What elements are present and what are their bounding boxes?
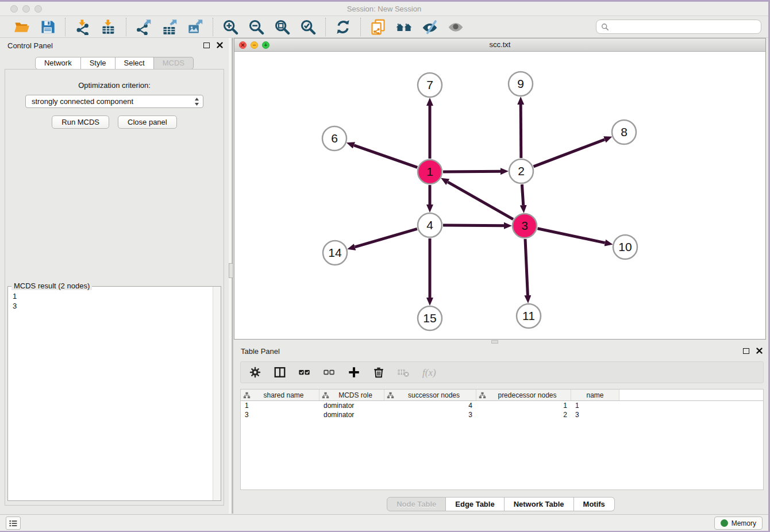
deselect-all-rows-button[interactable] [323,366,336,379]
table-row[interactable]: 3dominator323 [241,410,763,419]
close-panel-button[interactable]: Close panel [118,115,177,129]
import-network-from-file-button[interactable] [74,18,91,36]
graph-edge-3-1[interactable] [448,182,513,219]
save-session-button[interactable] [39,18,56,36]
graph-node-7[interactable]: 7 [418,73,442,97]
graph-node-11[interactable]: 11 [517,304,541,328]
graph-edge-4-3[interactable] [443,225,504,226]
graph-node-8[interactable]: 8 [612,120,636,144]
select-all-rows-button[interactable] [298,366,311,379]
network-canvas[interactable]: 7968124314101511 [234,52,765,339]
hide-selected-button[interactable] [421,18,438,36]
node-label: 11 [522,309,535,322]
result-scrollbar[interactable] [213,287,221,500]
import-table-from-file-button[interactable] [100,18,117,36]
export-image-button[interactable] [187,18,204,36]
zoom-out-button[interactable] [248,18,265,36]
graph-node-2[interactable]: 2 [509,159,533,183]
zoom-fit-content-button[interactable] [274,18,291,36]
column-visibility-button[interactable] [274,366,286,379]
window-minimize-button[interactable] [22,5,30,13]
window-close-button[interactable] [10,5,18,13]
new-network-from-selection-button[interactable] [369,18,387,36]
network-view-title: scc.txt [234,38,765,51]
cell-shared-name: 1 [241,402,319,410]
apply-preferred-layout-button[interactable] [334,18,352,36]
graph-node-6[interactable]: 6 [322,126,346,151]
column-header-shared-name[interactable]: shared name [241,390,319,400]
memory-button[interactable]: Memory [714,516,763,530]
task-history-button[interactable] [6,516,21,530]
tab-network-table[interactable]: Network Table [505,497,574,511]
view-zoom-button[interactable]: + [262,41,270,49]
zoom-in-icon [222,19,238,35]
column-header-name[interactable]: name [571,390,619,400]
graph-edge-2-8[interactable] [534,140,605,167]
hierarchy-icon [479,392,486,399]
column-header-successor-nodes[interactable]: successor nodes [384,390,476,400]
search-input[interactable] [613,22,756,32]
column-header-MCDS-role[interactable]: MCDS role [319,390,384,400]
cell-successor-nodes: 3 [384,411,476,419]
zoom-in-button[interactable] [222,18,239,36]
column-header-filler [619,390,763,400]
table-settings-button[interactable] [249,366,261,379]
graph-node-4[interactable]: 4 [418,213,442,237]
graph-edge-1-6[interactable] [354,145,417,168]
tab-style[interactable]: Style [81,57,116,70]
node-label: 9 [517,77,524,90]
close-table-panel-icon[interactable] [756,348,763,354]
tab-network[interactable]: Network [35,57,81,70]
show-all-button[interactable] [447,18,464,36]
tab-motifs[interactable]: Motifs [574,497,615,511]
graph-node-15[interactable]: 15 [418,306,442,330]
window-titlebar: Session: New Session [0,2,768,16]
table-toolbar: f(x) [240,361,764,383]
float-panel-icon[interactable] [203,43,210,48]
column-header-predecessor-nodes[interactable]: predecessor nodes [476,390,571,400]
optimization-criterion-value: strongly connected component [32,97,133,106]
graph-node-9[interactable]: 9 [509,72,533,96]
delete-column-icon [372,366,385,379]
delete-column-button[interactable] [372,366,385,379]
tab-mcds[interactable]: MCDS [154,57,194,70]
graph-edge-3-11[interactable] [525,239,528,295]
first-neighbors-button[interactable] [395,18,413,36]
tab-edge-table[interactable]: Edge Table [446,497,504,511]
optimization-criterion-select[interactable]: strongly connected component [25,95,203,108]
graph-edge-2-9[interactable] [521,105,521,158]
view-close-button[interactable]: ✕ [239,41,247,49]
export-network-button[interactable] [135,18,152,36]
zoom-selected-region-button[interactable] [299,18,317,36]
graph-node-1[interactable]: 1 [418,160,442,184]
toolbar-group [65,18,126,36]
run-mcds-button[interactable]: Run MCDS [52,115,109,129]
graph-node-10[interactable]: 10 [613,235,637,259]
search-icon [601,23,609,31]
column-visibility-icon [274,366,286,379]
graph-edge-1-2[interactable] [443,171,500,172]
table-tabbar: Node TableEdge TableNetwork TableMotifs [233,497,768,511]
tab-node-table[interactable]: Node Table [387,497,446,511]
graph-node-3[interactable]: 3 [513,214,537,238]
graph-edge-3-10[interactable] [538,229,605,243]
graph-edge-4-14[interactable] [355,229,417,247]
node-label: 4 [426,218,433,232]
view-minimize-button[interactable]: – [251,41,258,49]
search-box[interactable] [596,20,761,34]
apply-function-icon: f(x) [422,366,441,379]
add-column-button[interactable] [348,366,360,379]
float-table-panel-icon[interactable] [743,348,749,354]
open-file-button[interactable] [13,18,30,36]
graph-edge-2-3[interactable] [522,184,523,205]
window-zoom-button[interactable] [34,5,42,13]
graph-node-14[interactable]: 14 [323,241,347,265]
table-row[interactable]: 1dominator411 [241,401,763,410]
close-panel-icon[interactable] [217,42,223,48]
tab-select[interactable]: Select [116,57,154,70]
panel-splitter[interactable] [229,38,233,514]
export-table-button[interactable] [161,18,178,36]
splitter-grip[interactable] [229,263,233,278]
toolbar-group [126,18,213,36]
node-label: 8 [621,125,627,138]
